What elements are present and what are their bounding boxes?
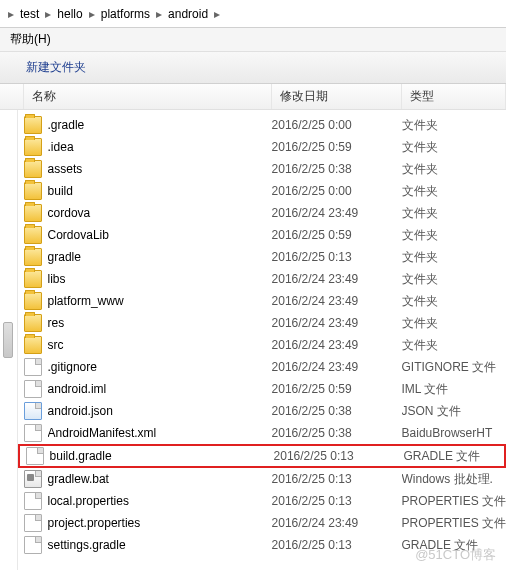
file-date: 2016/2/24 23:49 bbox=[272, 360, 402, 374]
file-name: cordova bbox=[48, 206, 272, 220]
file-name: .gitignore bbox=[48, 360, 272, 374]
file-name: libs bbox=[48, 272, 272, 286]
file-row[interactable]: .gitignore2016/2/24 23:49GITIGNORE 文件 bbox=[18, 356, 506, 378]
file-row[interactable]: src2016/2/24 23:49文件夹 bbox=[18, 334, 506, 356]
folder-icon bbox=[24, 182, 42, 200]
file-date: 2016/2/25 0:38 bbox=[272, 404, 402, 418]
folder-icon bbox=[24, 314, 42, 332]
breadcrumb-item[interactable]: platforms bbox=[97, 7, 154, 21]
file-row[interactable]: CordovaLib2016/2/25 0:59文件夹 bbox=[18, 224, 506, 246]
file-type: IML 文件 bbox=[402, 381, 506, 398]
file-type: GITIGNORE 文件 bbox=[402, 359, 506, 376]
chevron-right-icon: ▸ bbox=[212, 7, 222, 21]
file-type: 文件夹 bbox=[402, 315, 506, 332]
file-row[interactable]: android.json2016/2/25 0:38JSON 文件 bbox=[18, 400, 506, 422]
folder-icon bbox=[24, 204, 42, 222]
file-row[interactable]: assets2016/2/25 0:38文件夹 bbox=[18, 158, 506, 180]
file-type: Windows 批处理. bbox=[402, 471, 506, 488]
file-row[interactable]: AndroidManifest.xml2016/2/25 0:38BaiduBr… bbox=[18, 422, 506, 444]
column-name[interactable]: 名称 bbox=[24, 84, 272, 109]
file-name: android.json bbox=[48, 404, 272, 418]
file-row[interactable]: cordova2016/2/24 23:49文件夹 bbox=[18, 202, 506, 224]
column-date[interactable]: 修改日期 bbox=[272, 84, 402, 109]
file-row[interactable]: gradle2016/2/25 0:13文件夹 bbox=[18, 246, 506, 268]
nav-scrollbar[interactable] bbox=[0, 110, 18, 570]
file-date: 2016/2/25 0:13 bbox=[272, 538, 402, 552]
file-name: settings.gradle bbox=[48, 538, 272, 552]
file-row[interactable]: build2016/2/25 0:00文件夹 bbox=[18, 180, 506, 202]
watermark: @51CTO博客 bbox=[415, 546, 496, 564]
file-type: 文件夹 bbox=[402, 183, 506, 200]
file-name: android.iml bbox=[48, 382, 272, 396]
chevron-right-icon: ▸ bbox=[154, 7, 164, 21]
file-row[interactable]: build.gradle2016/2/25 0:13GRADLE 文件 bbox=[18, 444, 506, 468]
folder-icon bbox=[24, 138, 42, 156]
file-row[interactable]: res2016/2/24 23:49文件夹 bbox=[18, 312, 506, 334]
file-date: 2016/2/24 23:49 bbox=[272, 516, 402, 530]
folder-icon bbox=[24, 248, 42, 266]
file-row[interactable]: local.properties2016/2/25 0:13PROPERTIES… bbox=[18, 490, 506, 512]
file-name: gradlew.bat bbox=[48, 472, 272, 486]
file-name: local.properties bbox=[48, 494, 272, 508]
file-date: 2016/2/25 0:38 bbox=[272, 162, 402, 176]
file-type: 文件夹 bbox=[402, 337, 506, 354]
folder-icon bbox=[24, 292, 42, 310]
file-list: .gradle2016/2/25 0:00文件夹.idea2016/2/25 0… bbox=[18, 110, 506, 570]
file-date: 2016/2/25 0:59 bbox=[272, 228, 402, 242]
file-name: AndroidManifest.xml bbox=[48, 426, 272, 440]
file-type: GRADLE 文件 bbox=[404, 448, 504, 465]
file-type: 文件夹 bbox=[402, 271, 506, 288]
file-row[interactable]: android.iml2016/2/25 0:59IML 文件 bbox=[18, 378, 506, 400]
chevron-right-icon: ▸ bbox=[43, 7, 53, 21]
file-type: 文件夹 bbox=[402, 117, 506, 134]
breadcrumb-item[interactable]: test bbox=[16, 7, 43, 21]
file-type: 文件夹 bbox=[402, 227, 506, 244]
file-icon bbox=[24, 492, 42, 510]
file-type: JSON 文件 bbox=[402, 403, 506, 420]
file-row[interactable]: gradlew.bat2016/2/25 0:13Windows 批处理. bbox=[18, 468, 506, 490]
file-name: build bbox=[48, 184, 272, 198]
file-row[interactable]: libs2016/2/24 23:49文件夹 bbox=[18, 268, 506, 290]
scroll-thumb[interactable] bbox=[3, 322, 13, 358]
bat-file-icon bbox=[24, 470, 42, 488]
breadcrumb-item[interactable]: android bbox=[164, 7, 212, 21]
file-icon bbox=[26, 447, 44, 465]
folder-icon bbox=[24, 336, 42, 354]
file-row[interactable]: platform_www2016/2/24 23:49文件夹 bbox=[18, 290, 506, 312]
file-icon bbox=[24, 536, 42, 554]
file-type: 文件夹 bbox=[402, 205, 506, 222]
file-name: src bbox=[48, 338, 272, 352]
column-spacer bbox=[0, 84, 24, 109]
breadcrumb[interactable]: ▸ test ▸ hello ▸ platforms ▸ android ▸ bbox=[0, 0, 506, 28]
breadcrumb-item[interactable]: hello bbox=[53, 7, 86, 21]
file-icon bbox=[24, 380, 42, 398]
new-folder-button[interactable]: 新建文件夹 bbox=[18, 55, 94, 80]
file-row[interactable]: .gradle2016/2/25 0:00文件夹 bbox=[18, 114, 506, 136]
file-type: 文件夹 bbox=[402, 293, 506, 310]
file-date: 2016/2/25 0:59 bbox=[272, 140, 402, 154]
folder-icon bbox=[24, 160, 42, 178]
file-date: 2016/2/25 0:00 bbox=[272, 184, 402, 198]
column-type[interactable]: 类型 bbox=[402, 84, 506, 109]
file-date: 2016/2/24 23:49 bbox=[272, 294, 402, 308]
file-row[interactable]: project.properties2016/2/24 23:49PROPERT… bbox=[18, 512, 506, 534]
menu-help[interactable]: 帮助(H) bbox=[4, 29, 57, 50]
chevron-right-icon: ▸ bbox=[87, 7, 97, 21]
file-name: build.gradle bbox=[50, 449, 274, 463]
file-name: gradle bbox=[48, 250, 272, 264]
file-date: 2016/2/25 0:13 bbox=[272, 472, 402, 486]
file-date: 2016/2/25 0:13 bbox=[274, 449, 404, 463]
file-row[interactable]: .idea2016/2/25 0:59文件夹 bbox=[18, 136, 506, 158]
file-date: 2016/2/24 23:49 bbox=[272, 272, 402, 286]
folder-icon bbox=[24, 116, 42, 134]
file-name: project.properties bbox=[48, 516, 272, 530]
file-type: PROPERTIES 文件 bbox=[402, 515, 506, 532]
file-date: 2016/2/25 0:13 bbox=[272, 494, 402, 508]
folder-icon bbox=[24, 226, 42, 244]
file-date: 2016/2/24 23:49 bbox=[272, 338, 402, 352]
file-name: assets bbox=[48, 162, 272, 176]
json-file-icon bbox=[24, 402, 42, 420]
file-type: 文件夹 bbox=[402, 161, 506, 178]
file-name: res bbox=[48, 316, 272, 330]
menu-bar: 帮助(H) bbox=[0, 28, 506, 52]
